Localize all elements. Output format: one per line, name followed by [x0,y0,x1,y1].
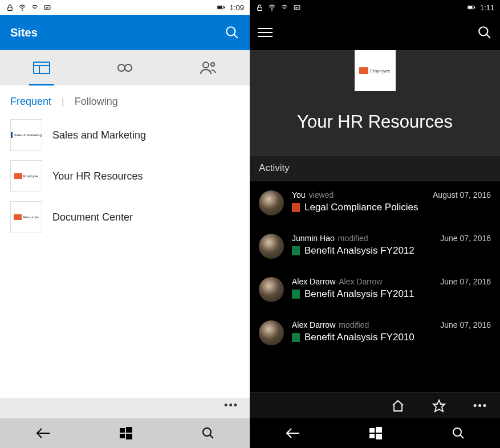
svg-point-11 [118,64,125,71]
action-bar: ••• [250,392,500,418]
svg-rect-18 [120,434,125,438]
svg-rect-32 [369,428,375,433]
hamburger-icon[interactable] [258,28,273,37]
windows-icon[interactable] [120,427,132,439]
message-icon [43,3,51,11]
search-icon[interactable] [477,25,492,40]
sites-header: Sites [0,15,250,50]
activity-item[interactable]: Alex Darrow Alex Darrow June 07, 2016 Be… [250,268,500,311]
svg-line-37 [460,435,464,438]
activity-item[interactable]: Junmin Hao modified June 07, 2016 Benefi… [250,225,500,268]
svg-rect-8 [34,62,50,74]
site-thumbnail: Resources [10,201,42,233]
back-icon[interactable] [35,427,51,439]
svg-rect-19 [126,434,132,439]
back-icon[interactable] [284,427,300,439]
status-bar-right: 1:11 [250,0,500,15]
signal-icon [31,3,39,11]
site-list: Sales & Marketing Sales and Marketing Em… [0,115,250,398]
search-icon[interactable] [225,25,239,40]
battery-icon [468,3,475,11]
signal-icon [281,3,288,11]
avatar [259,190,284,215]
svg-point-36 [453,428,461,436]
site-item[interactable]: Resources Document Center [10,197,239,238]
site-hero-title: Your HR Resources [250,112,500,132]
activity-item[interactable]: Alex Darrow modified June 07, 2016 Benef… [250,311,500,355]
search-icon[interactable] [201,426,215,440]
svg-rect-26 [474,7,475,8]
activity-date: June 07, 2016 [440,277,491,286]
battery-icon [217,3,225,11]
lock-icon [6,3,14,11]
svg-point-13 [203,62,209,68]
phone-right: 1:11 Employee Your HR Resources Activity… [250,0,500,448]
activity-action: modified [339,320,369,329]
lock-icon [255,3,263,11]
svg-rect-27 [468,6,471,8]
activity-date: June 07, 2016 [440,234,491,243]
star-icon[interactable] [432,399,446,413]
excel-icon [292,246,300,255]
svg-point-28 [479,27,487,35]
activity-user: Junmin Hao [292,234,335,243]
activity-filename: Benefit Analsysis FY2011 [304,288,414,300]
site-thumbnail: Employee [10,160,42,192]
site-hero: Employee Your HR Resources [250,50,500,155]
activity-header: Activity [250,155,500,181]
powerpoint-icon [292,203,300,212]
activity-user: Alex Darrow [292,320,335,329]
status-bar-left: 1:09 [0,0,250,15]
excel-icon [292,290,300,299]
activity-list[interactable]: You viewed August 07, 2016 Legal Complia… [250,181,500,392]
activity-action: Alex Darrow [339,277,382,286]
site-name: Your HR Resources [52,170,143,182]
activity-action: modified [338,234,368,243]
clock-time: 1:09 [230,3,244,12]
avatar [259,277,284,302]
clock-time: 1:11 [480,3,494,12]
activity-date: August 07, 2016 [433,190,491,199]
wifi-icon [268,3,276,11]
site-item[interactable]: Employee Your HR Resources [10,156,239,197]
svg-line-29 [486,34,490,38]
tab-people[interactable] [166,50,250,85]
windows-icon[interactable] [369,427,382,439]
filter-row: Frequent | Following [0,85,250,115]
phone-left: 1:09 Sites Frequent | Following Sales & … [0,0,250,448]
svg-rect-0 [7,7,12,10]
message-icon [293,3,301,11]
filter-frequent[interactable]: Frequent [10,96,51,108]
svg-marker-30 [433,400,445,412]
activity-user: Alex Darrow [292,277,335,286]
avatar [259,234,284,259]
svg-rect-17 [126,427,132,433]
site-item[interactable]: Sales & Marketing Sales and Marketing [10,115,239,156]
activity-filename: Benefit Analsysis FY2010 [304,332,414,343]
svg-line-7 [234,34,238,38]
activity-user: You [292,190,306,199]
activity-action: viewed [309,190,334,199]
ellipsis-icon[interactable]: ••• [224,400,238,410]
home-icon[interactable] [391,399,405,413]
search-icon[interactable] [452,426,465,440]
avatar [259,320,284,345]
sites-tabs [0,50,250,85]
svg-rect-35 [376,434,382,439]
site-header [250,15,500,50]
svg-rect-5 [218,6,221,8]
ellipsis-icon[interactable]: ••• [473,401,487,411]
svg-rect-16 [120,428,125,433]
svg-rect-22 [257,7,262,10]
filter-following[interactable]: Following [75,96,118,108]
tab-links[interactable] [83,50,166,85]
activity-item[interactable]: You viewed August 07, 2016 Legal Complia… [250,181,500,225]
filter-divider: | [62,96,64,108]
site-name: Document Center [52,211,133,223]
svg-point-1 [22,10,22,10]
tab-sites[interactable] [0,50,83,85]
activity-filename: Legal Compliance Policies [304,202,418,213]
svg-point-20 [203,428,211,436]
svg-point-14 [211,63,214,66]
svg-point-23 [271,10,272,10]
